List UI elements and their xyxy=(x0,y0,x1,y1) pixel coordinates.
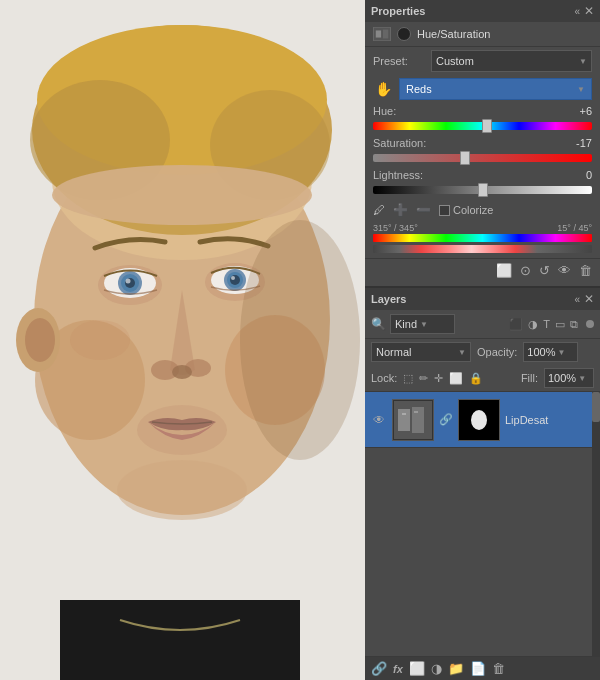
mask-tool-icon[interactable]: ⬜ xyxy=(496,263,512,278)
add-sample-icon[interactable]: ➕ xyxy=(393,203,408,217)
history-icon[interactable]: ↺ xyxy=(539,263,550,278)
lightness-slider-thumb[interactable] xyxy=(478,183,488,197)
svg-point-42 xyxy=(471,410,487,430)
properties-title: Properties xyxy=(371,5,425,17)
svg-rect-40 xyxy=(414,411,418,413)
lock-row: Lock: ⬚ ✏ ✛ ⬜ 🔒 Fill: 100% ▼ xyxy=(365,365,600,392)
svg-rect-2 xyxy=(60,600,300,680)
lock-artboard-icon[interactable]: ⬜ xyxy=(449,372,463,385)
channel-dropdown[interactable]: Reds ▼ xyxy=(399,78,592,100)
blend-mode-arrow: ▼ xyxy=(458,348,466,357)
svg-point-32 xyxy=(240,220,360,460)
hand-tool-icon[interactable]: ✋ xyxy=(373,81,393,97)
layer-scrollbar[interactable] xyxy=(592,392,600,656)
adjustment-filter-icon[interactable]: ◑ xyxy=(528,318,538,331)
filter-toggle-dot[interactable] xyxy=(586,320,594,328)
lightness-slider[interactable] xyxy=(373,183,592,197)
lock-label: Lock: xyxy=(371,372,397,384)
opacity-value: 100% xyxy=(527,346,555,358)
layers-kind-row: 🔍 Kind ▼ ⬛ ◑ T ▭ ⧉ xyxy=(365,310,600,339)
preset-label: Preset: xyxy=(373,55,425,67)
lock-all-icon[interactable]: 🔒 xyxy=(469,372,483,385)
huesat-title: Hue/Saturation xyxy=(417,28,490,40)
lock-transparency-icon[interactable]: ⬚ xyxy=(403,372,413,385)
color-bars: 315° / 345° 15° / 45° xyxy=(365,221,600,258)
layers-panel-controls: « ✕ xyxy=(574,292,594,306)
adjustment-layer-icon xyxy=(373,27,391,41)
angle-labels: 315° / 345° 15° / 45° xyxy=(373,223,592,233)
lightness-section: Lightness: 0 xyxy=(365,167,600,199)
svg-rect-37 xyxy=(398,409,410,431)
fill-value: 100% xyxy=(548,372,576,384)
layers-collapse-icon[interactable]: « xyxy=(574,294,580,305)
fx-icon[interactable]: fx xyxy=(393,663,403,675)
blend-mode-dropdown[interactable]: Normal ▼ xyxy=(371,342,471,362)
eyedropper-icon[interactable]: 🖊 xyxy=(373,203,385,217)
properties-close-icon[interactable]: ✕ xyxy=(584,4,594,18)
properties-panel: Properties « ✕ Hue/Saturation Preset: C xyxy=(365,0,600,288)
type-filter-icon[interactable]: T xyxy=(543,318,550,330)
svg-rect-38 xyxy=(412,407,424,433)
lightness-label: Lightness: xyxy=(373,169,423,181)
lightness-value: 0 xyxy=(568,169,592,181)
layer-mask-thumbnail xyxy=(458,399,500,441)
svg-rect-39 xyxy=(402,413,406,415)
hue-slider[interactable] xyxy=(373,119,592,133)
saturation-label: Saturation: xyxy=(373,137,426,149)
properties-collapse-icon[interactable]: « xyxy=(574,6,580,17)
layer-thumbnail xyxy=(392,399,434,441)
channel-dropdown-arrow: ▼ xyxy=(577,85,585,94)
opacity-label: Opacity: xyxy=(477,346,517,358)
kind-dropdown-arrow: ▼ xyxy=(420,320,428,329)
pixel-filter-icon[interactable]: ⬛ xyxy=(509,318,523,331)
svg-point-31 xyxy=(25,318,55,362)
layer-scrollbar-thumb[interactable] xyxy=(592,392,600,422)
shape-filter-icon[interactable]: ▭ xyxy=(555,318,565,331)
layer-visibility-eye[interactable]: 👁 xyxy=(371,413,387,427)
properties-toolbar: ⬜ ⊙ ↺ 👁 🗑 xyxy=(365,258,600,282)
opacity-dropdown[interactable]: 100% ▼ xyxy=(523,342,578,362)
svg-point-22 xyxy=(230,275,240,285)
lightness-header: Lightness: 0 xyxy=(373,169,592,181)
preset-dropdown[interactable]: Custom ▼ xyxy=(431,50,592,72)
blend-row: Normal ▼ Opacity: 100% ▼ xyxy=(365,339,600,365)
huesat-header: Hue/Saturation xyxy=(365,22,600,47)
preset-row: Preset: Custom ▼ xyxy=(365,47,600,75)
kind-dropdown[interactable]: Kind ▼ xyxy=(390,314,455,334)
link-layers-icon[interactable]: 🔗 xyxy=(371,661,387,676)
selection-color-bar xyxy=(373,245,592,253)
fill-dropdown[interactable]: 100% ▼ xyxy=(544,368,594,388)
layer-list: 👁 🔗 xyxy=(365,392,600,656)
colorize-checkbox-row: Colorize xyxy=(439,204,493,216)
layers-close-icon[interactable]: ✕ xyxy=(584,292,594,306)
layer-item[interactable]: 👁 🔗 xyxy=(365,392,600,448)
channel-value: Reds xyxy=(406,83,432,95)
hue-slider-thumb[interactable] xyxy=(482,119,492,133)
blend-mode-value: Normal xyxy=(376,346,411,358)
lock-icons: ⬚ ✏ ✛ ⬜ 🔒 xyxy=(403,372,483,385)
visibility-eye-icon[interactable] xyxy=(397,27,411,41)
fill-adjustment-icon[interactable]: ◑ xyxy=(431,661,442,676)
opacity-arrow: ▼ xyxy=(558,348,566,357)
colorize-checkbox[interactable] xyxy=(439,205,450,216)
remove-sample-icon[interactable]: ➖ xyxy=(416,203,431,217)
hue-section: Hue: +6 xyxy=(365,103,600,135)
search-icon: 🔍 xyxy=(371,317,386,331)
channel-row: ✋ Reds ▼ xyxy=(365,75,600,103)
delete-adjustment-icon[interactable]: 🗑 xyxy=(579,263,592,278)
smart-filter-icon[interactable]: ⧉ xyxy=(570,318,578,331)
lock-position-icon[interactable]: ✛ xyxy=(434,372,443,385)
saturation-value: -17 xyxy=(568,137,592,149)
new-layer-icon[interactable]: 📄 xyxy=(470,661,486,676)
delete-layer-icon[interactable]: 🗑 xyxy=(492,661,505,676)
saturation-header: Saturation: -17 xyxy=(373,137,592,149)
layer-link-icon[interactable]: 🔗 xyxy=(439,413,453,426)
add-mask-icon[interactable]: ⬜ xyxy=(409,661,425,676)
lock-pixels-icon[interactable]: ✏ xyxy=(419,372,428,385)
visibility-toggle-icon[interactable]: 👁 xyxy=(558,263,571,278)
new-group-icon[interactable]: 📁 xyxy=(448,661,464,676)
right-panel: Properties « ✕ Hue/Saturation Preset: C xyxy=(365,0,600,680)
saturation-slider[interactable] xyxy=(373,151,592,165)
shape-tool-icon[interactable]: ⊙ xyxy=(520,263,531,278)
saturation-slider-thumb[interactable] xyxy=(460,151,470,165)
